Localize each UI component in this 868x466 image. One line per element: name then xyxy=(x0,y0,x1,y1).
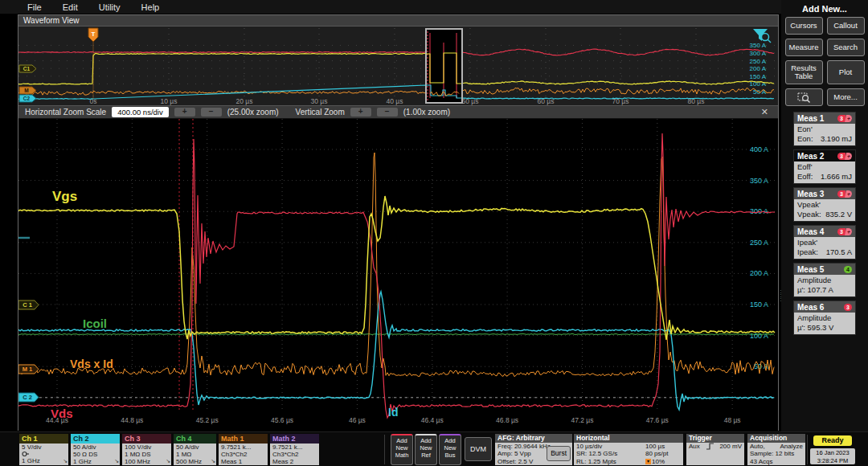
measurement-card-1[interactable]: Meas 1 3+ Eon' Eon: 3.190 mJ xyxy=(793,112,856,146)
burst-button[interactable]: Burst xyxy=(547,446,571,461)
channel-body: 50 A/div50 Ω DS1 GHz↘ xyxy=(71,444,120,465)
channel-badge-ch-1[interactable]: Ch 1 5 V/div1 GHz↘ xyxy=(19,434,68,465)
channel-badge-math-1[interactable]: Math 1 9.7521 k...Ch3*Ch2Meas 1 xyxy=(219,434,268,465)
channel-badge-ch-3[interactable]: Ch 3 100 V/div1 MΩ DS100 MHz↘ xyxy=(122,434,171,465)
channel-header[interactable]: Ch 2 xyxy=(71,434,120,444)
channel-setting-row: Ch3*Ch2 xyxy=(272,451,317,458)
zoom-select-button[interactable] xyxy=(785,88,823,106)
hzoom-plus-button[interactable]: + xyxy=(174,108,195,117)
main-plot-svg[interactable]: 400 A350 A300 A250 A200 A150 A100 A50 A4… xyxy=(18,119,778,431)
add-new-bus-button[interactable]: AddNewBus xyxy=(439,434,461,465)
measurement-header[interactable]: Meas 6 3 xyxy=(793,300,856,313)
menu-item-help[interactable]: Help xyxy=(141,2,160,12)
trigger-position-icon: ▾ xyxy=(645,459,651,464)
channel-marker-c2[interactable]: C2 xyxy=(19,95,36,102)
add-new-measure-button[interactable]: Measure xyxy=(785,39,823,56)
overview-strip[interactable]: 0s10 µs20 µs30 µs40 µs50 µs60 µs70 µs80 … xyxy=(18,27,778,105)
afg-header: AFG: Arbitrary xyxy=(495,434,572,443)
measurement-header[interactable]: Meas 3 3+ xyxy=(793,187,856,199)
divider xyxy=(384,435,385,464)
channel-badge-ch-2[interactable]: Ch 2 50 A/div50 Ω DS1 GHz↘ xyxy=(71,434,120,465)
main-x-tick: 47.6 µs xyxy=(646,416,669,424)
add-new-plot-button[interactable]: Plot xyxy=(827,60,865,84)
measurement-name: Meas 1 xyxy=(797,114,824,123)
channel-setting-row: 1 GHz xyxy=(73,458,117,465)
zoom-close-icon[interactable]: ✕ xyxy=(761,107,772,117)
channel-marker-m[interactable]: M xyxy=(19,87,36,94)
overview-y-tick: 300 A xyxy=(750,50,767,57)
acquisition-header: Acquisition xyxy=(747,434,805,443)
main-y-tick: 350 A xyxy=(750,177,768,185)
measurement-label: µ': 107.7 A xyxy=(797,285,833,295)
add-new-cursors-button[interactable]: Cursors xyxy=(785,17,823,35)
trace-label-icoil: Icoil xyxy=(83,317,107,330)
vzoom-minus-button[interactable]: − xyxy=(377,108,398,117)
vzoom-label: Vertical Zoom xyxy=(296,108,345,117)
source-badge: 3+ xyxy=(837,190,852,198)
overview-y-tick: 150 A xyxy=(750,73,767,80)
measurement-header[interactable]: Meas 5 4 xyxy=(793,263,856,275)
horizontal-panel[interactable]: Horizontal 10 µs/div100 µsSR: 12.5 GS/s8… xyxy=(574,434,683,465)
overview-y-tick: 350 A xyxy=(750,42,767,49)
trigger-marker[interactable]: T xyxy=(88,28,98,99)
channel-badge-math-2[interactable]: Math 2 9.7521 k...Ch3*Ch2Meas 2 xyxy=(270,434,319,465)
channel-body: 100 V/div1 MΩ DS100 MHz↘ xyxy=(122,444,171,465)
measurement-card-5[interactable]: Meas 5 4 Amplitude µ': 107.7 A xyxy=(793,263,856,297)
channel-header[interactable]: Ch 3 xyxy=(122,434,171,444)
channel-setting-row: Meas 1 xyxy=(221,458,265,465)
overview-zoom-box[interactable] xyxy=(426,29,462,103)
add-new-callout-button[interactable]: Callout xyxy=(827,17,865,35)
vzoom-plus-button[interactable]: + xyxy=(350,108,371,117)
dvm-button[interactable]: DVM xyxy=(465,437,492,461)
zoom-overview-icon[interactable] xyxy=(753,29,771,43)
measurement-card-6[interactable]: Meas 6 3 Amplitude µ': 595.3 V xyxy=(793,300,856,335)
channel-header[interactable]: Math 1 xyxy=(219,434,268,444)
main-x-tick: 45.2 µs xyxy=(196,416,219,424)
add-new-ref-button[interactable]: AddNewRef xyxy=(415,434,437,465)
measurement-card-2[interactable]: Meas 2 3+ Eoff' Eoff: 1.666 mJ xyxy=(793,149,856,184)
channel-marker-c1[interactable]: C 1 xyxy=(18,300,39,309)
add-new-math-button[interactable]: AddNewMath xyxy=(391,434,413,465)
channel-marker-c2[interactable]: C 2 xyxy=(18,393,39,402)
add-new-search-button[interactable]: Search xyxy=(827,39,865,56)
vzoom-factor: (1.00x zoom) xyxy=(403,108,450,117)
channel-setting-row: 100 MHz xyxy=(125,458,169,465)
measurement-body: Eon' Eon: 3.190 mJ xyxy=(793,124,856,146)
zoom-scale-input[interactable]: 400.00 ns/div xyxy=(112,107,169,117)
svg-text:M: M xyxy=(24,88,28,93)
svg-text:T: T xyxy=(92,31,96,38)
menu-item-edit[interactable]: Edit xyxy=(63,2,78,12)
overview-trace-ch3-vds xyxy=(18,49,774,55)
measurement-header[interactable]: Meas 4 3+ xyxy=(793,225,856,237)
channel-marker-c1[interactable]: C1 xyxy=(19,65,36,72)
add-new-results-table-button[interactable]: ResultsTable xyxy=(785,60,823,84)
afg-panel[interactable]: AFG: Arbitrary Freq: 20.9644 kHzAmp: 5 V… xyxy=(495,434,572,465)
menu-item-utility[interactable]: Utility xyxy=(99,2,121,12)
main-y-tick: 100 A xyxy=(750,332,768,340)
measurement-card-3[interactable]: Meas 3 3+ Vpeak' Vpeak: 835.2 V xyxy=(793,187,856,222)
channel-header[interactable]: Math 2 xyxy=(270,434,319,444)
hzoom-minus-button[interactable]: − xyxy=(201,108,222,117)
measurement-card-4[interactable]: Meas 4 3+ Ipeak' Ipeak: 170.5 A xyxy=(793,225,856,260)
more-button[interactable]: More... xyxy=(827,88,865,106)
overview-plot[interactable]: 0s10 µs20 µs30 µs40 µs50 µs60 µs70 µs80 … xyxy=(18,27,778,105)
main-x-tick: 45.6 µs xyxy=(271,416,293,424)
channel-header[interactable]: Ch 1 xyxy=(19,434,68,444)
channel-marker-m1[interactable]: M 1 xyxy=(18,365,39,374)
main-x-tick: 48 µs xyxy=(724,416,741,424)
main-plot[interactable]: 400 A350 A300 A250 A200 A150 A100 A50 A4… xyxy=(18,119,778,431)
trigger-level: 200 mV xyxy=(719,443,742,450)
hzoom-factor: (25.00x zoom) xyxy=(227,108,279,117)
channel-body: 50 A/div1 MΩ500 MHz↘ xyxy=(174,444,216,465)
channel-badge-ch-4[interactable]: Ch 4 50 A/div1 MΩ500 MHz↘ xyxy=(174,434,216,465)
main-x-tick: 44.8 µs xyxy=(121,416,143,424)
measurement-header[interactable]: Meas 2 3+ xyxy=(793,149,856,161)
menu-item-file[interactable]: File xyxy=(27,2,42,12)
channel-setting-row: 5 V/div xyxy=(22,444,66,451)
bottom-settings-bar: Ready 16 Jan 2023 3:28:24 PM Ch 1 5 V/di… xyxy=(0,431,868,466)
channel-setting-row: 100 V/div xyxy=(125,444,169,451)
trigger-panel[interactable]: Trigger Aux 200 mV xyxy=(686,434,744,465)
channel-header[interactable]: Ch 4 xyxy=(174,434,216,444)
acquisition-panel[interactable]: Acquisition Auto,AnalyzeSample: 12 bits4… xyxy=(747,434,805,465)
measurement-header[interactable]: Meas 1 3+ xyxy=(793,112,856,124)
